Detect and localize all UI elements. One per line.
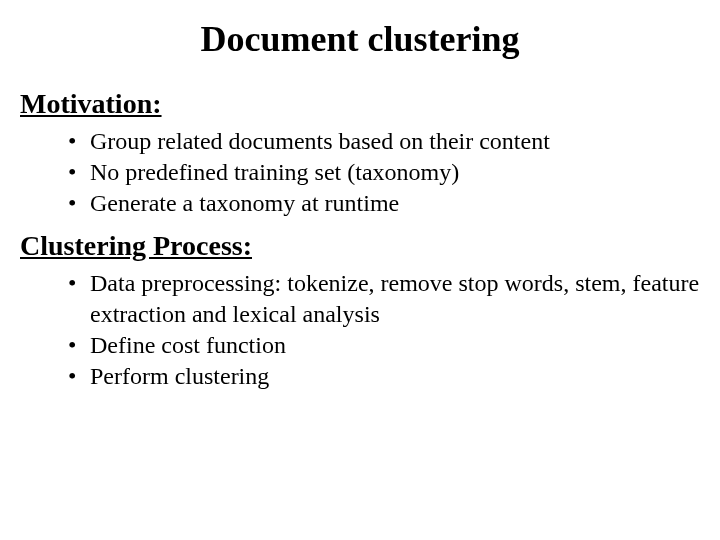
section-heading-motivation: Motivation:	[20, 88, 700, 120]
section-heading-clustering-process: Clustering Process:	[20, 230, 700, 262]
list-item: No predefined training set (taxonomy)	[68, 157, 700, 188]
slide-title: Document clustering	[80, 18, 640, 60]
list-item: Define cost function	[68, 330, 700, 361]
bullet-list-motivation: Group related documents based on their c…	[68, 126, 700, 220]
list-item: Data preprocessing: tokenize, remove sto…	[68, 268, 700, 330]
list-item: Perform clustering	[68, 361, 700, 392]
list-item: Generate a taxonomy at runtime	[68, 188, 700, 219]
list-item: Group related documents based on their c…	[68, 126, 700, 157]
bullet-list-clustering-process: Data preprocessing: tokenize, remove sto…	[68, 268, 700, 393]
